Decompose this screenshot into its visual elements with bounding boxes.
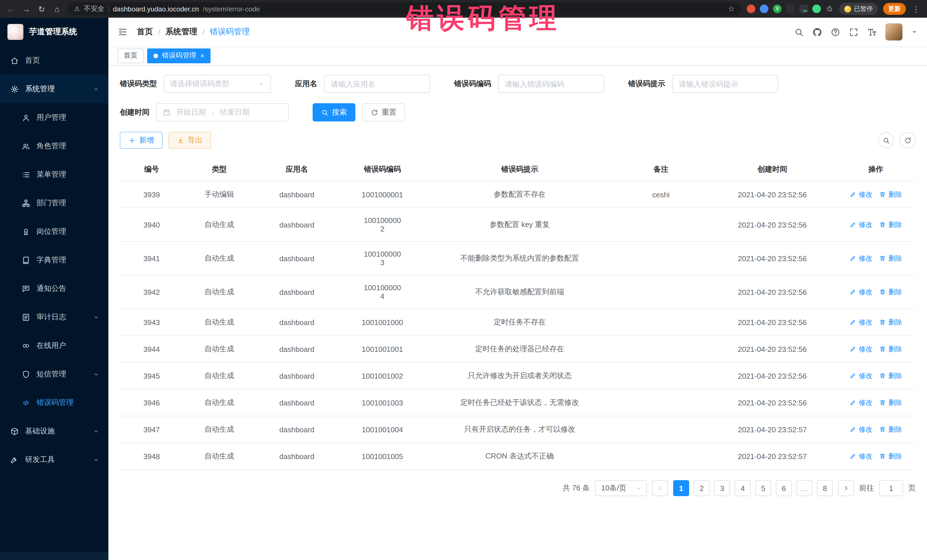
reload-icon[interactable]: ↻ xyxy=(36,5,47,13)
code-icon xyxy=(22,398,30,407)
delete-link[interactable]: 删除 xyxy=(879,425,902,434)
delete-link[interactable]: 删除 xyxy=(879,253,902,263)
extension-icon[interactable] xyxy=(747,5,755,13)
page-size-value: 10条/页 xyxy=(601,483,626,493)
forward-icon[interactable]: → xyxy=(21,5,31,13)
adblock-extension-icon[interactable]: on xyxy=(799,5,808,13)
pagination-page-3[interactable]: 3 xyxy=(714,480,730,496)
delete-link[interactable]: 删除 xyxy=(879,190,902,199)
sidebar-item-dept[interactable]: 部门管理 xyxy=(0,189,108,217)
sidebar-item-system[interactable]: 系统管理 xyxy=(0,75,108,103)
tab-home[interactable]: 首页 xyxy=(117,48,144,63)
sidebar-item-sms[interactable]: 短信管理 xyxy=(0,360,108,389)
extension-grid-icon[interactable] xyxy=(786,5,795,13)
tab-close-icon[interactable]: × xyxy=(200,52,204,59)
pagination-page-4[interactable]: 4 xyxy=(735,480,751,496)
bookmark-star-icon[interactable]: ☆ xyxy=(728,5,735,13)
delete-link[interactable]: 删除 xyxy=(879,220,902,229)
edit-pen-icon xyxy=(849,399,856,406)
add-button[interactable]: 新增 xyxy=(120,132,163,149)
cell-actions: 修改删除 xyxy=(836,416,916,443)
pagination-page-2[interactable]: 2 xyxy=(694,480,710,496)
delete-link[interactable]: 删除 xyxy=(879,287,902,297)
pagination-page-5[interactable]: 5 xyxy=(755,480,771,496)
sidebar-item-online-user[interactable]: 在线用户 xyxy=(0,331,108,360)
reset-button[interactable]: 重置 xyxy=(362,103,405,121)
refresh-table-button[interactable] xyxy=(900,132,916,148)
edit-link[interactable]: 修改 xyxy=(849,451,872,461)
table-row: 3943自动生成dashboard1001001000定时任务不存在2021-0… xyxy=(120,309,916,335)
sidebar-item-user[interactable]: 用户管理 xyxy=(0,103,108,132)
search-button[interactable]: 搜索 xyxy=(313,103,356,121)
app-name-input[interactable] xyxy=(324,75,430,93)
extension-icon[interactable] xyxy=(760,5,768,13)
sidebar-item-menu[interactable]: 菜单管理 xyxy=(0,160,108,189)
sidebar-item-dev-tools[interactable]: 研发工具 xyxy=(0,445,108,474)
sidebar-item-role[interactable]: 角色管理 xyxy=(0,132,108,160)
page-size-select[interactable]: 10条/页 xyxy=(595,480,647,496)
edit-pen-icon xyxy=(849,191,856,198)
table-row: 3946自动生成dashboard1001001003定时任务已经处于该状态，无… xyxy=(120,389,916,416)
fullscreen-icon[interactable] xyxy=(849,27,859,37)
extensions-puzzle-icon[interactable] xyxy=(825,5,834,13)
error-type-select[interactable]: 请选择错误码类型 xyxy=(164,75,271,93)
error-code-input[interactable] xyxy=(498,75,604,93)
font-size-icon[interactable] xyxy=(867,27,877,37)
edit-link[interactable]: 修改 xyxy=(849,220,872,229)
extension-icon[interactable]: V xyxy=(773,5,781,13)
edit-link[interactable]: 修改 xyxy=(849,371,872,381)
pagination-page-6[interactable]: 6 xyxy=(776,480,792,496)
breadcrumb-item[interactable]: 首页 xyxy=(137,27,153,37)
edit-link[interactable]: 修改 xyxy=(849,398,872,407)
goto-page-input[interactable] xyxy=(879,480,903,496)
sidebar-item-error-code[interactable]: 错误码管理 xyxy=(0,389,108,417)
delete-link[interactable]: 删除 xyxy=(879,451,902,461)
sidebar-item-dict[interactable]: 字典管理 xyxy=(0,246,108,274)
edit-link[interactable]: 修改 xyxy=(849,287,872,297)
update-button[interactable]: 更新 xyxy=(883,3,906,15)
pagination-pages: 123456...8 xyxy=(673,480,833,496)
delete-link[interactable]: 删除 xyxy=(879,371,902,381)
browser-toolbar: ← → ↻ ⌂ ⚠ 不安全 dashboard.yudao.iocoder.cn… xyxy=(0,0,927,18)
github-icon[interactable] xyxy=(812,27,822,37)
address-bar[interactable]: ⚠ 不安全 dashboard.yudao.iocoder.cn/system/… xyxy=(67,2,742,15)
tab-error-code[interactable]: 错误码管理 × xyxy=(147,48,211,63)
pagination-page-1[interactable]: 1 xyxy=(673,480,689,496)
prev-page-button[interactable] xyxy=(652,480,668,496)
edit-link[interactable]: 修改 xyxy=(849,317,872,327)
error-msg-input[interactable] xyxy=(672,75,778,93)
edit-link[interactable]: 修改 xyxy=(849,344,872,354)
export-button[interactable]: 导出 xyxy=(168,132,211,149)
edit-link[interactable]: 修改 xyxy=(849,190,872,199)
extension-icon[interactable] xyxy=(812,5,821,13)
delete-link[interactable]: 删除 xyxy=(879,344,902,354)
sidebar-collapse-bar[interactable] xyxy=(0,552,108,560)
date-range-picker[interactable]: 开始日期 - 结束日期 xyxy=(156,103,289,121)
help-icon[interactable] xyxy=(831,27,840,37)
fold-menu-icon[interactable] xyxy=(117,27,128,37)
next-page-button[interactable] xyxy=(838,480,854,496)
pagination-more[interactable]: ... xyxy=(796,480,812,496)
profile-paused-chip[interactable]: 已暂停 xyxy=(839,3,878,15)
delete-link[interactable]: 删除 xyxy=(879,317,902,327)
sidebar-item-home[interactable]: 首页 xyxy=(0,46,108,75)
search-icon[interactable] xyxy=(794,27,804,37)
browser-menu-icon[interactable]: ⋮ xyxy=(911,5,921,13)
sidebar-item-post[interactable]: 岗位管理 xyxy=(0,217,108,246)
delete-link[interactable]: 删除 xyxy=(879,398,902,407)
breadcrumb-item[interactable]: 错误码管理 xyxy=(210,27,250,37)
toggle-search-button[interactable] xyxy=(878,132,894,148)
sidebar-item-notice[interactable]: 通知公告 xyxy=(0,274,108,303)
caret-down-icon[interactable] xyxy=(911,29,918,35)
sidebar-item-infra[interactable]: 基础设施 xyxy=(0,417,108,445)
browser-home-icon[interactable]: ⌂ xyxy=(52,5,62,13)
breadcrumb-item[interactable]: 系统管理 xyxy=(166,27,198,37)
cell-app: dashboard xyxy=(255,335,339,363)
sidebar-item-label: 菜单管理 xyxy=(36,169,99,180)
avatar[interactable] xyxy=(885,23,903,41)
edit-link[interactable]: 修改 xyxy=(849,425,872,434)
sidebar-item-audit-log[interactable]: 审计日志 xyxy=(0,303,108,331)
edit-link[interactable]: 修改 xyxy=(849,253,872,263)
pagination-page-8[interactable]: 8 xyxy=(817,480,833,496)
back-icon[interactable]: ← xyxy=(6,5,16,13)
